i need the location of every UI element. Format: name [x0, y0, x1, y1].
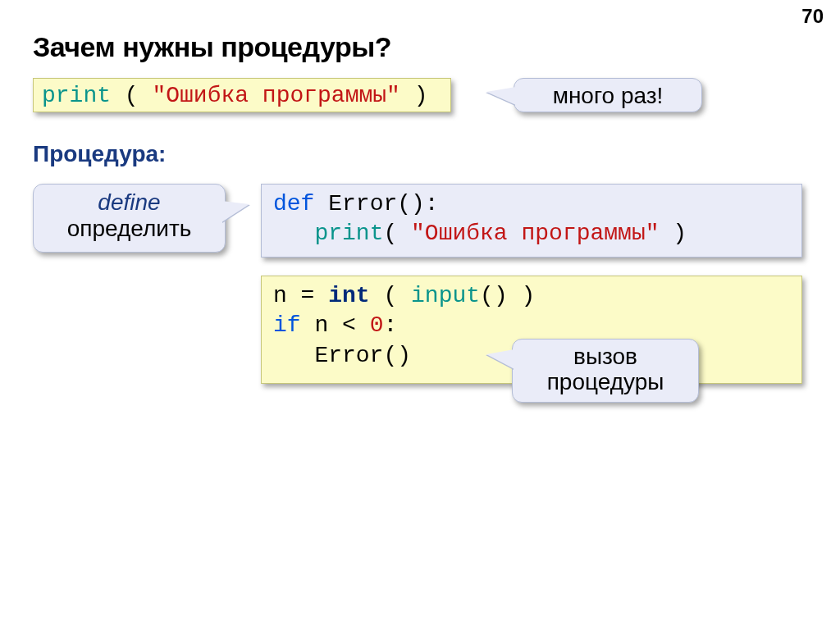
paren-close: ) [400, 83, 428, 108]
callout-define-ru: определить [34, 216, 225, 242]
indent [273, 221, 314, 246]
code-block-def: def Error(): print( "Ошибка программы" ) [261, 184, 802, 258]
kw-int: int [328, 283, 369, 308]
paren-close: () ) [480, 283, 535, 308]
code-line: n = int ( input() ) [273, 281, 790, 311]
callout-many-times: много раз! [514, 78, 702, 112]
callout-define: define определить [33, 184, 226, 253]
call-error: Error() [273, 343, 411, 368]
callout-call-l1: вызов [513, 344, 698, 370]
callout-define-italic: define [34, 189, 225, 216]
code-block-print: print ( "Ошибка программы" ) [33, 78, 451, 112]
colon: : [383, 312, 397, 338]
code-line: if n < 0: [273, 311, 790, 340]
kw-if: if [273, 312, 301, 338]
kw-print: print [42, 83, 111, 108]
num-zero: 0 [370, 312, 384, 338]
string-literal: "Ошибка программы" [152, 83, 399, 108]
callout-procedure-call: вызов процедуры [512, 339, 699, 403]
code-line: print( "Ошибка программы" ) [273, 219, 790, 248]
slide-title: Зачем нужны процедуры? [33, 31, 391, 63]
func-sig: Error(): [314, 191, 438, 217]
cond-text: n < [301, 312, 370, 338]
kw-input: input [411, 283, 480, 308]
paren-open: ( [370, 283, 411, 308]
code-line: print ( "Ошибка программы" ) [42, 83, 428, 108]
kw-print: print [314, 221, 383, 246]
page-number: 70 [801, 5, 824, 28]
kw-def: def [273, 191, 314, 217]
string-literal: "Ошибка программы" [411, 221, 659, 246]
code-line: def Error(): [273, 189, 790, 219]
procedure-subhead: Процедура: [33, 141, 166, 167]
callout-call-l2: процедуры [513, 370, 698, 395]
paren-close: ) [660, 221, 687, 246]
assign: n = [273, 283, 328, 308]
paren-open: ( [111, 83, 152, 108]
paren-open: ( [383, 221, 411, 246]
callout-text: много раз! [514, 79, 701, 113]
